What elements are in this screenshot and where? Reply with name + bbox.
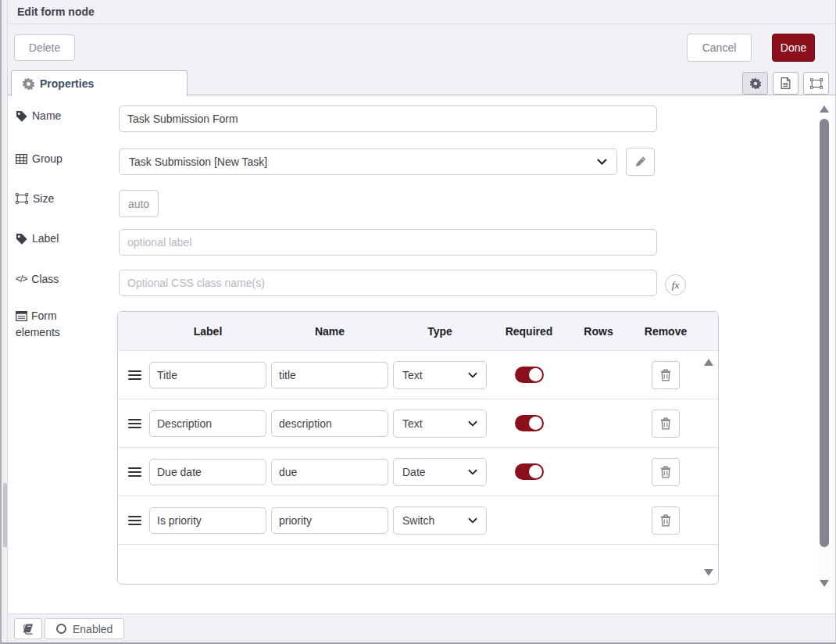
tag-icon	[16, 233, 27, 245]
form-elements-table-header: Label Name Type Required Rows Remove	[118, 312, 718, 351]
table-icon	[16, 154, 27, 164]
tab-tools	[742, 72, 829, 95]
group-select[interactable]: Task Submission [New Task]	[119, 148, 617, 175]
trash-icon	[660, 514, 671, 527]
size-field-label: Size	[16, 192, 54, 205]
chevron-down-icon	[468, 372, 477, 378]
label-field-label: Label	[16, 232, 59, 245]
chevron-down-icon	[468, 517, 477, 524]
table-scrollbar[interactable]	[702, 354, 715, 582]
docs-button[interactable]	[14, 618, 42, 639]
element-label-input[interactable]	[149, 410, 266, 437]
code-icon: </>	[16, 274, 27, 284]
fx-button[interactable]: fx	[665, 274, 686, 295]
object-group-icon	[16, 193, 28, 204]
properties-tool-button[interactable]	[742, 72, 768, 95]
object-group-icon	[810, 78, 823, 89]
gear-icon	[750, 78, 761, 89]
element-type-value: Text	[402, 369, 423, 381]
scroll-down-icon[interactable]	[820, 580, 829, 587]
circle-icon	[56, 624, 66, 634]
element-type-select[interactable]: Text	[393, 410, 487, 438]
name-field-label: Name	[16, 109, 61, 122]
column-header-label: Label	[149, 325, 266, 338]
form-elements-table: Label Name Type Required Rows Remove Tex…	[117, 311, 719, 585]
form-element-row: Text	[118, 399, 718, 448]
element-type-value: Text	[402, 417, 423, 430]
size-button[interactable]: auto	[119, 190, 159, 217]
name-input[interactable]	[119, 106, 657, 132]
column-header-name: Name	[271, 325, 388, 338]
column-header-required: Required	[491, 325, 566, 338]
drag-handle[interactable]	[128, 370, 141, 380]
scroll-up-icon[interactable]	[820, 106, 829, 113]
form-element-row: Date	[118, 448, 718, 496]
tab-properties[interactable]: Properties	[11, 70, 188, 96]
element-name-input[interactable]	[271, 410, 388, 437]
gear-icon	[23, 78, 34, 90]
element-name-input[interactable]	[271, 362, 388, 388]
tray-footer: Enabled	[8, 614, 835, 642]
workspace-scrollbar-thumb[interactable]	[3, 483, 7, 547]
required-toggle[interactable]	[515, 415, 544, 431]
column-header-rows: Rows	[571, 325, 626, 338]
tab-properties-label: Properties	[40, 77, 94, 90]
book-icon	[23, 624, 34, 635]
drag-handle[interactable]	[128, 516, 141, 525]
tray-top-block: Edit form node Delete Cancel Done Proper…	[8, 0, 835, 95]
chevron-down-icon	[468, 420, 477, 427]
remove-element-button[interactable]	[652, 410, 680, 438]
element-label-input[interactable]	[149, 362, 266, 388]
scroll-up-icon[interactable]	[704, 359, 713, 366]
form-icon	[16, 311, 27, 321]
form-elements-field-label: Form elements	[16, 308, 97, 341]
class-input[interactable]	[119, 270, 657, 296]
remove-element-button[interactable]	[652, 506, 680, 535]
delete-button[interactable]: Delete	[14, 34, 75, 61]
cancel-button[interactable]: Cancel	[687, 34, 752, 62]
tray-header: Edit form node	[8, 0, 835, 24]
trash-icon	[660, 369, 671, 381]
required-toggle[interactable]	[515, 367, 544, 383]
group-select-value: Task Submission [New Task]	[129, 156, 267, 168]
column-header-type: Type	[393, 325, 487, 338]
form-element-row: Switch	[118, 496, 718, 545]
element-name-input[interactable]	[271, 459, 388, 485]
form-element-row: Text	[118, 351, 718, 399]
description-tool-button[interactable]	[773, 72, 798, 95]
drag-handle[interactable]	[128, 419, 141, 428]
drag-handle[interactable]	[128, 467, 141, 477]
column-header-remove: Remove	[631, 325, 701, 338]
done-button[interactable]: Done	[772, 34, 815, 62]
pencil-icon	[635, 156, 646, 167]
dialog-title: Edit form node	[17, 5, 95, 18]
remove-element-button[interactable]	[652, 458, 680, 486]
element-label-input[interactable]	[149, 507, 266, 534]
element-label-input[interactable]	[149, 459, 266, 485]
edit-form-node-dialog: Edit form node Delete Cancel Done Proper…	[0, 0, 836, 644]
element-type-select[interactable]: Switch	[393, 506, 487, 535]
chevron-down-icon	[468, 469, 477, 475]
enabled-toggle-button[interactable]: Enabled	[45, 618, 124, 639]
remove-element-button[interactable]	[652, 361, 680, 389]
chevron-down-icon	[597, 159, 607, 165]
required-toggle[interactable]	[515, 463, 544, 480]
trash-icon	[660, 466, 671, 478]
label-input[interactable]	[119, 229, 657, 256]
element-type-value: Date	[402, 466, 426, 478]
file-text-icon	[781, 77, 791, 89]
edit-group-button[interactable]	[626, 148, 655, 176]
element-name-input[interactable]	[271, 507, 388, 534]
dialog-scrollbar[interactable]	[818, 102, 831, 591]
appearance-tool-button[interactable]	[803, 72, 829, 95]
form-elements-table-body: Text Text	[118, 351, 718, 584]
scrollbar-thumb[interactable]	[820, 119, 829, 547]
fx-icon: fx	[672, 279, 679, 292]
trash-icon	[660, 417, 671, 430]
element-type-select[interactable]: Date	[393, 458, 487, 486]
element-type-value: Switch	[402, 514, 434, 527]
element-type-select[interactable]: Text	[393, 361, 487, 389]
properties-panel: Name Group Task Submission [New Task]	[8, 95, 835, 614]
scroll-down-icon[interactable]	[704, 569, 713, 576]
enabled-label: Enabled	[73, 623, 113, 635]
